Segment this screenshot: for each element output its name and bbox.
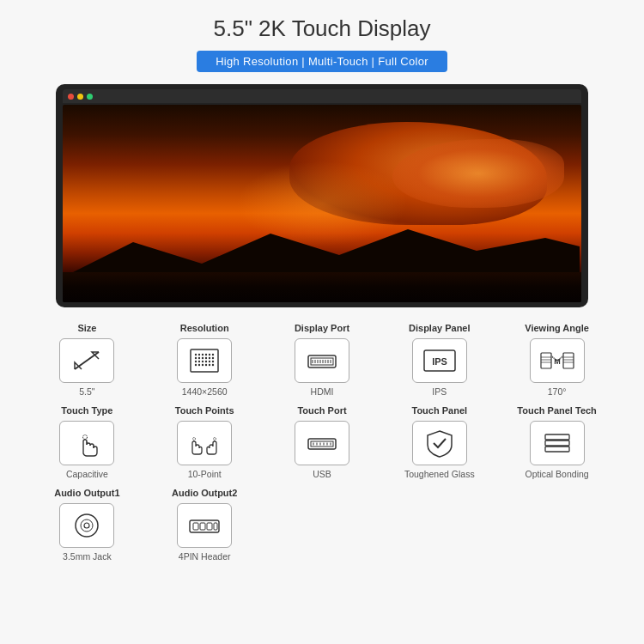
spec-viewing-angle-value: 170° [548, 386, 567, 397]
svg-rect-74 [214, 523, 217, 530]
svg-point-20 [212, 361, 214, 362]
dot-red [68, 94, 74, 100]
spec-touch-port-label: Touch Port [297, 405, 346, 416]
svg-rect-71 [193, 523, 198, 530]
svg-point-26 [212, 364, 214, 366]
spec-viewing-angle: Viewing Angle M [500, 323, 614, 397]
svg-rect-66 [545, 447, 569, 452]
layers-icon [538, 428, 576, 459]
svg-point-25 [209, 364, 210, 366]
grid-dots-icon [185, 345, 223, 376]
display-screen [63, 105, 581, 302]
svg-point-68 [81, 519, 93, 532]
spec-touch-points: Touch Points 10-Point [148, 405, 262, 479]
specs-row-3: Audio Output1 3.5mm Jack Audio Output2 [30, 488, 614, 562]
spec-display-panel-label: Display Panel [409, 323, 471, 333]
spec-display-port-value: HDMI [311, 386, 334, 397]
svg-point-23 [202, 364, 204, 366]
spec-audio-output2-label: Audio Output2 [172, 488, 237, 498]
spec-touch-panel-tech-icon-box [530, 421, 585, 465]
display-top-bar [63, 89, 581, 103]
dot-green [87, 94, 93, 100]
spec-viewing-angle-label: Viewing Angle [525, 323, 589, 333]
spec-resolution: Resolution 1440×2560 [148, 323, 262, 397]
svg-point-11 [202, 357, 204, 359]
svg-point-4 [198, 354, 200, 355]
spec-display-panel-value: IPS [432, 386, 447, 397]
pin-header-icon [185, 510, 223, 541]
ips-panel-icon: IPS [421, 345, 459, 376]
spec-touch-type: Touch Type Capacitive [30, 405, 144, 479]
svg-rect-56 [308, 439, 336, 449]
spec-size-icon-box [59, 338, 114, 383]
svg-rect-72 [200, 523, 205, 530]
spec-touch-points-icon-box [177, 421, 232, 465]
spec-touch-points-value: 10-Point [188, 469, 222, 479]
svg-point-8 [212, 354, 214, 355]
spec-audio-output2-value: 4PIN Header [179, 551, 231, 562]
spec-size-value: 5.5" [79, 386, 94, 397]
specs-row-1: Size 5.5" Resolution [30, 323, 614, 397]
svg-point-6 [205, 354, 207, 355]
svg-rect-28 [311, 358, 333, 365]
display-image [56, 84, 588, 307]
svg-rect-65 [545, 440, 569, 446]
spec-touch-type-value: Capacitive [66, 469, 108, 479]
subtitle-badge: High Resolution | Multi-Touch | Full Col… [197, 51, 447, 72]
svg-point-14 [212, 357, 214, 359]
svg-point-7 [209, 354, 210, 355]
water-reflection [63, 272, 581, 302]
svg-rect-70 [190, 520, 219, 532]
spec-touch-port-icon-box [295, 421, 349, 465]
spec-touch-panel-icon-box [412, 421, 467, 465]
spec-display-panel: Display Panel IPS IPS [382, 323, 496, 397]
svg-point-3 [195, 354, 197, 355]
svg-point-10 [198, 357, 200, 359]
svg-marker-0 [64, 229, 580, 276]
svg-point-67 [76, 514, 98, 537]
svg-rect-43 [563, 353, 574, 368]
spec-display-port-label: Display Port [295, 323, 349, 333]
svg-point-53 [83, 435, 88, 440]
spec-touch-panel-tech: Touch Panel Tech Optical Bonding [500, 405, 614, 479]
spec-size-label: Size [77, 323, 96, 333]
svg-point-55 [214, 438, 216, 440]
spec-touch-points-label: Touch Points [175, 405, 234, 416]
spec-touch-panel-tech-value: Optical Bonding [526, 469, 589, 479]
spec-audio-output1-icon-box [59, 503, 114, 548]
svg-rect-39 [541, 353, 551, 368]
svg-point-17 [202, 361, 204, 362]
spec-touch-panel: Touch Panel Toughened Glass [382, 405, 496, 479]
svg-point-54 [193, 438, 196, 440]
page-wrapper: 5.5" 2K Touch Display High Resolution | … [0, 0, 644, 584]
svg-point-69 [84, 523, 89, 528]
diagonal-arrow-icon [68, 345, 106, 376]
svg-rect-64 [545, 434, 569, 440]
spec-resolution-icon-box [177, 338, 232, 383]
svg-point-21 [195, 364, 197, 366]
svg-text:IPS: IPS [432, 356, 447, 367]
svg-rect-57 [311, 441, 333, 447]
svg-point-22 [198, 364, 200, 366]
spec-touch-port: Touch Port USB [265, 405, 380, 479]
svg-rect-73 [207, 523, 212, 530]
audio-jack-icon [68, 510, 106, 541]
spec-touch-panel-label: Touch Panel [411, 405, 467, 416]
spec-size: Size 5.5" [30, 323, 144, 397]
dot-yellow [77, 94, 83, 100]
spec-audio-output2-icon-box [177, 503, 232, 548]
mountain-silhouette [63, 225, 581, 276]
spec-audio-output1-value: 3.5mm Jack [63, 551, 112, 562]
svg-point-9 [195, 357, 197, 359]
multi-touch-icon [185, 428, 223, 459]
spec-touch-type-icon-box [59, 421, 114, 465]
spec-display-panel-icon-box: IPS [412, 338, 467, 383]
spec-display-port: Display Port HDMI [265, 323, 380, 397]
svg-point-5 [202, 354, 204, 355]
spec-viewing-angle-icon-box: M [530, 338, 585, 383]
spec-display-port-icon-box [295, 338, 349, 383]
usb-port-icon [303, 428, 341, 459]
spec-audio-output1-label: Audio Output1 [54, 488, 119, 498]
specs-row-2: Touch Type Capacitive Touch Points [30, 405, 614, 479]
spec-touch-port-value: USB [313, 469, 331, 479]
